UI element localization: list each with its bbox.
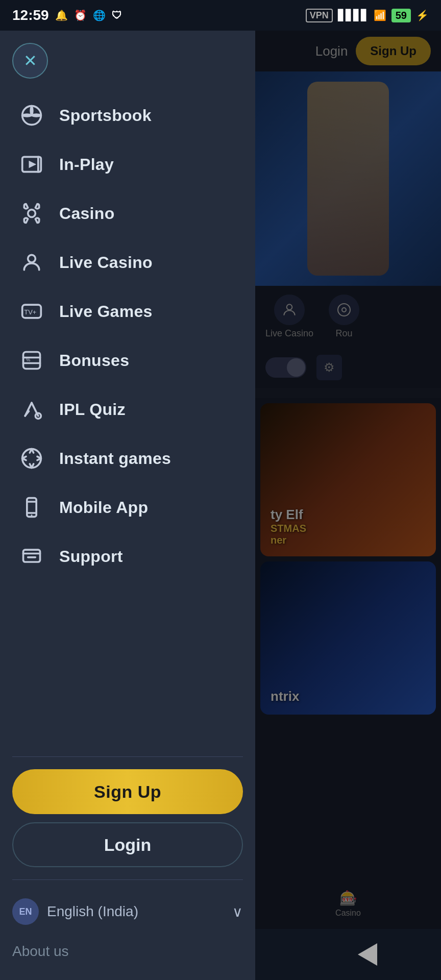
filter-icon[interactable]: ⚙: [316, 355, 342, 380]
iplquiz-icon: [18, 396, 45, 423]
svg-point-8: [28, 255, 36, 262]
svg-point-0: [287, 304, 292, 310]
language-badge: EN: [12, 898, 39, 925]
browser-icon: 🌐: [93, 9, 106, 21]
nav-item-bonuses[interactable]: % Bonuses: [6, 336, 249, 385]
main-container: Login Sign Up Live Casino Rou: [0, 31, 441, 980]
status-time: 12:59: [12, 7, 49, 23]
chevron-down-icon: ∨: [232, 903, 243, 920]
language-left: EN English (India): [12, 898, 138, 925]
instantgames-label: Instant games: [59, 449, 171, 468]
signup-button-top[interactable]: Sign Up: [356, 37, 431, 65]
sportsbook-icon: [18, 102, 45, 129]
back-button[interactable]: [352, 939, 383, 970]
roulette-icon-label: Rou: [336, 328, 353, 339]
svg-point-7: [28, 210, 36, 217]
nav-item-iplquiz[interactable]: IPL Quiz: [6, 385, 249, 434]
navigation-drawer: ✕ Sportsbook: [0, 31, 255, 980]
nav-item-sportsbook[interactable]: Sportsbook: [6, 91, 249, 140]
svg-point-2: [342, 308, 346, 312]
game-card-1-title: ty Elf: [271, 507, 306, 523]
mobileapp-icon: [18, 494, 45, 521]
livecasino-icon-label: Live Casino: [265, 328, 313, 339]
nav-item-support[interactable]: Support: [6, 532, 249, 581]
language-selector[interactable]: EN English (India) ∨: [0, 888, 255, 935]
right-toggle-row: ⚙: [255, 347, 441, 388]
status-bar: 12:59 🔔 ⏰ 🌐 🛡 VPN ▋▋▋▋ 📶 59 ⚡: [0, 0, 441, 31]
shield-icon: 🛡: [112, 10, 122, 21]
sportsbook-label: Sportsbook: [59, 106, 152, 125]
svg-text:TV+: TV+: [24, 308, 36, 316]
livegames-label: Live Games: [59, 302, 153, 321]
drawer-header: ✕: [0, 43, 255, 91]
livecasino-nav-icon: [18, 249, 45, 276]
nav-casino[interactable]: 🎰 Casino: [335, 890, 361, 918]
mobileapp-label: Mobile App: [59, 498, 148, 517]
auth-buttons: Sign Up Login: [0, 765, 255, 871]
svg-point-31: [31, 514, 33, 516]
signal-icon: ▋▋▋▋: [338, 9, 369, 21]
roulette-icon-circle: [329, 295, 359, 325]
right-top-bar: Login Sign Up: [255, 31, 441, 71]
bonuses-icon: %: [18, 347, 45, 374]
livecasino-icon-circle: [274, 295, 305, 325]
battery-indicator: 59: [391, 9, 411, 22]
game-card-2-text: ntrix: [271, 689, 299, 704]
signup-button[interactable]: Sign Up: [12, 769, 243, 814]
svg-point-1: [338, 304, 350, 316]
svg-point-19: [22, 449, 41, 468]
instantgames-icon: [18, 445, 45, 472]
nav-item-mobileapp[interactable]: Mobile App: [6, 483, 249, 532]
divider-2: [12, 879, 243, 880]
about-us-link[interactable]: About us: [0, 935, 255, 968]
login-button[interactable]: Login: [12, 822, 243, 867]
support-label: Support: [59, 547, 123, 566]
bonuses-label: Bonuses: [59, 351, 129, 370]
game-card-1-subtitle: STMASner: [271, 523, 306, 546]
support-icon: [18, 543, 45, 570]
game-card-christmas[interactable]: ty Elf STMASner: [260, 403, 436, 556]
triangle-icon: [358, 943, 377, 966]
right-bottom-nav: 🎰 Casino: [255, 878, 441, 929]
right-icons-row: Live Casino Rou: [255, 286, 441, 347]
banner-figure: [307, 82, 389, 276]
inplay-label: In-Play: [59, 155, 114, 174]
nav-item-livegames[interactable]: TV+ Live Games: [6, 287, 249, 336]
vpn-label: VPN: [306, 9, 333, 22]
livecasino-label: Live Casino: [59, 253, 153, 272]
language-text: English (India): [47, 903, 138, 920]
game-card-matrix[interactable]: ntrix: [260, 561, 436, 715]
svg-marker-5: [29, 161, 37, 168]
login-button-top[interactable]: Login: [315, 43, 348, 59]
nav-item-instantgames[interactable]: Instant games: [6, 434, 249, 483]
toggle-switch[interactable]: [265, 357, 306, 378]
svg-text:%: %: [26, 357, 30, 362]
nav-item-casino[interactable]: Casino: [6, 189, 249, 238]
nav-item-livecasino[interactable]: Live Casino: [6, 238, 249, 287]
casino-icon: [18, 200, 45, 227]
svg-rect-32: [23, 550, 40, 562]
right-banner: [255, 71, 441, 286]
inplay-icon: [18, 151, 45, 178]
right-icon-roulette[interactable]: Rou: [329, 295, 359, 339]
notification-icon: 🔔: [55, 9, 68, 21]
close-button[interactable]: ✕: [12, 43, 48, 79]
casino-nav-icon: 🎰: [339, 890, 357, 906]
divider-1: [12, 756, 243, 757]
right-icon-livecasino[interactable]: Live Casino: [265, 295, 313, 339]
close-icon: ✕: [23, 51, 37, 70]
casino-nav-label: Casino: [335, 909, 361, 918]
nav-list: Sportsbook In-Play: [0, 91, 255, 748]
wifi-icon: 📶: [374, 9, 386, 21]
casino-label: Casino: [59, 204, 115, 223]
toggle-knob: [287, 358, 305, 377]
bolt-icon: ⚡: [416, 9, 429, 21]
game-card-1-text: ty Elf STMASner: [271, 507, 306, 546]
iplquiz-label: IPL Quiz: [59, 400, 126, 419]
livegames-icon: TV+: [18, 298, 45, 325]
nav-item-inplay[interactable]: In-Play: [6, 140, 249, 189]
alarm-icon: ⏰: [74, 9, 87, 21]
